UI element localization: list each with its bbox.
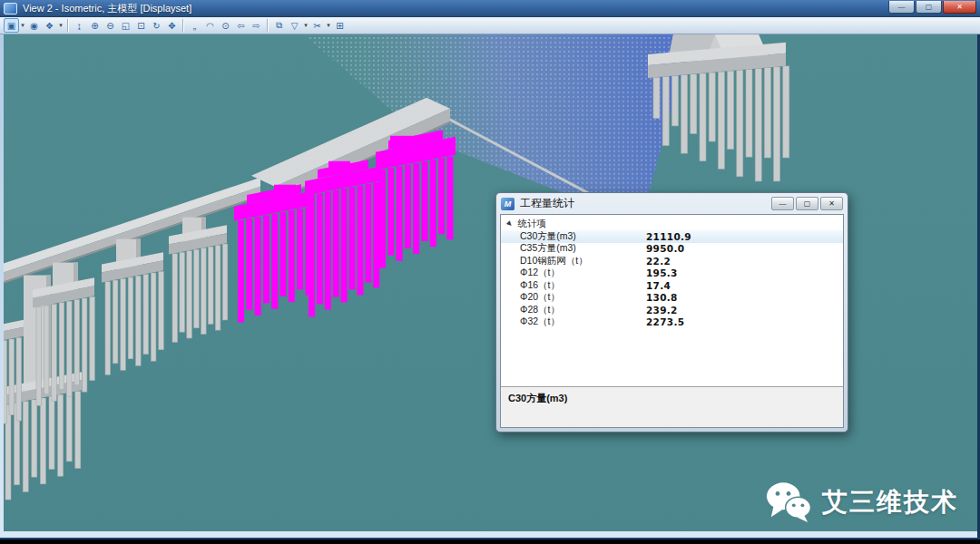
clip-mask-dropdown[interactable]: ▾	[325, 18, 332, 33]
maximize-button[interactable]: ▢	[916, 1, 942, 14]
pylon-foundation	[648, 34, 789, 181]
window-controls: — ▢ ✕	[888, 0, 976, 17]
quantity-label: Φ16（t）	[520, 279, 560, 292]
quantity-label: C35方量(m3)	[520, 242, 576, 255]
tree-root-label: 统计项	[517, 218, 546, 230]
walk-view-icon[interactable]: „	[187, 18, 202, 33]
clip-mask-icon[interactable]: ✂	[309, 18, 325, 33]
dialog-app-icon: M	[501, 198, 514, 210]
pan-view-icon[interactable]: ✥	[164, 18, 180, 33]
gray-pier-group-partial	[4, 320, 24, 423]
quantity-tree: ▶ 统计项 C30方量(m3)21110.9C35方量(m3)9950.0D10…	[501, 215, 843, 385]
screenshot-root: { "window": { "title": "View 2 - Isometr…	[0, 0, 980, 544]
gray-pier-group	[169, 218, 228, 343]
quantity-row[interactable]: C35方量(m3)9950.0	[501, 243, 843, 256]
dialog-close-button[interactable]: ✕	[820, 197, 843, 210]
saved-views-icon[interactable]: ⊞	[332, 18, 348, 33]
quantity-statistics-dialog[interactable]: M 工程量统计 — ▢ ✕ ▶ 统计项 C30方量(m3)21110.9C35方…	[495, 192, 848, 432]
quantity-row[interactable]: C30方量(m3)21110.9	[501, 230, 843, 243]
zoom-in-icon[interactable]: ⊕	[87, 18, 103, 33]
quantity-row[interactable]: Φ12（t）195.3	[501, 267, 843, 280]
display-style-icon[interactable]: ◉	[26, 18, 42, 33]
navigate-view-icon[interactable]: ⊙	[218, 18, 233, 33]
watermark-text: 艾三维技术	[822, 485, 958, 520]
quantity-value: 17.4	[646, 280, 671, 291]
quantity-label: C30方量(m3)	[520, 230, 576, 243]
watermark: 艾三维技术	[766, 481, 958, 524]
dialog-title: 工程量统计	[520, 196, 574, 211]
toolbar-separator	[182, 19, 184, 32]
tree-expand-icon[interactable]: ▶	[505, 219, 514, 228]
dialog-detail-panel: C30方量(m3)	[501, 386, 843, 427]
close-button[interactable]: ✕	[943, 1, 976, 14]
copy-view-icon[interactable]: ⧉	[271, 18, 287, 33]
quantity-label: Φ20（t）	[520, 291, 560, 304]
dialog-client-area: ▶ 统计项 C30方量(m3)21110.9C35方量(m3)9950.0D10…	[500, 214, 844, 428]
quantity-label: Φ12（t）	[520, 267, 560, 279]
window-titlebar: View 2 - Isometric, 主模型 [Displayset] — ▢…	[0, 0, 980, 17]
quantity-row[interactable]: D10钢筋网（t）22.2	[501, 255, 843, 267]
clip-volume-icon[interactable]: ▽	[287, 18, 302, 33]
clip-volume-dropdown[interactable]: ▾	[302, 18, 309, 33]
selected-pier-group	[305, 157, 381, 316]
quantity-value: 9950.0	[646, 243, 684, 254]
window-area-icon[interactable]: ◱	[118, 18, 133, 33]
selected-pier-group	[234, 182, 314, 323]
window-title: View 2 - Isometric, 主模型 [Displayset]	[23, 2, 191, 15]
view-previous-icon[interactable]: ⇦	[233, 18, 249, 33]
view-attributes-icon[interactable]: ▣	[4, 18, 19, 33]
quantity-value: 2273.5	[646, 316, 684, 327]
view-brightness-icon[interactable]: ❖	[42, 18, 57, 33]
quantity-row[interactable]: Φ16（t）17.4	[501, 279, 843, 292]
wechat-icon	[766, 481, 811, 524]
toolbar-separator	[67, 19, 69, 32]
dialog-titlebar[interactable]: M 工程量统计 — ▢ ✕	[496, 193, 848, 214]
gray-pier-group	[102, 239, 163, 375]
quantity-value: 130.8	[646, 292, 678, 303]
quantity-value: 22.2	[646, 256, 671, 267]
quantity-label: D10钢筋网（t）	[520, 255, 588, 267]
view-next-icon[interactable]: ⇨	[249, 18, 264, 33]
view-attributes-dropdown[interactable]: ▾	[19, 18, 26, 33]
quantity-row[interactable]: Φ32（t）2273.5	[501, 316, 843, 329]
quantity-value: 195.3	[646, 267, 678, 278]
rotate-view-icon[interactable]: ↻	[149, 18, 164, 33]
minimize-button[interactable]: —	[888, 1, 915, 14]
zoom-out-icon[interactable]: ⊖	[103, 18, 118, 33]
toolbar-separator	[267, 19, 269, 32]
display-style-dropdown[interactable]: ▾	[57, 18, 64, 33]
tree-root-node[interactable]: ▶ 统计项	[501, 218, 843, 230]
app-window-icon	[4, 3, 17, 15]
quantity-value: 21110.9	[646, 231, 691, 242]
quantity-label: Φ32（t）	[520, 316, 560, 328]
dialog-minimize-button[interactable]: —	[771, 197, 794, 210]
dialog-controls: — ▢ ✕	[771, 197, 843, 210]
fit-view-icon[interactable]: ⊡	[133, 18, 149, 33]
fly-view-icon[interactable]: ◠	[202, 18, 218, 33]
view-toolbar: ▣▾◉❖▾↨⊕⊖◱⊡↻✥„◠⊙⇦⇨⧉▽▾✂▾⊞	[0, 17, 980, 34]
quantity-value: 239.2	[646, 305, 678, 316]
update-view-icon[interactable]: ↨	[72, 18, 87, 33]
quantity-label: Φ28（t）	[520, 304, 560, 316]
quantity-row[interactable]: Φ20（t）130.8	[501, 292, 843, 305]
quantity-row[interactable]: Φ28（t）239.2	[501, 304, 843, 316]
dialog-maximize-button[interactable]: ▢	[796, 197, 818, 210]
